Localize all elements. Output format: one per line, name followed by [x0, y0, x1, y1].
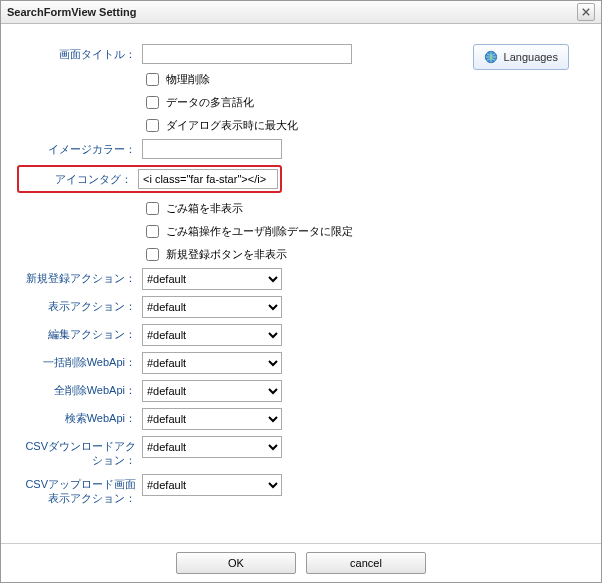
label-dialog-maximize: ダイアログ表示時に最大化: [166, 118, 298, 133]
close-icon: [582, 8, 590, 16]
row-hide-trash: ごみ箱を非表示: [142, 199, 581, 218]
row-image-color: イメージカラー：: [21, 139, 581, 159]
dialog-window: SearchFormView Setting Languages 画面タイトル：…: [0, 0, 602, 583]
ok-button[interactable]: OK: [176, 552, 296, 574]
row-new-action: 新規登録アクション： #default: [21, 268, 581, 290]
close-button[interactable]: [577, 3, 595, 21]
row-csv-upload-action: CSVアップロード画面表示アクション： #default: [21, 474, 581, 506]
row-data-i18n: データの多言語化: [142, 93, 581, 112]
label-physical-delete: 物理削除: [166, 72, 210, 87]
label-hide-new-button: 新規登録ボタンを非表示: [166, 247, 287, 262]
dialog-body: Languages 画面タイトル： 物理削除 データの多言語化 ダイアログ表示時…: [1, 24, 601, 543]
label-csv-upload-action: CSVアップロード画面表示アクション：: [21, 474, 142, 506]
label-edit-action: 編集アクション：: [21, 324, 142, 341]
cancel-button[interactable]: cancel: [306, 552, 426, 574]
select-delete-all-webapi[interactable]: #default: [142, 380, 282, 402]
label-csv-download-action: CSVダウンロードアクション：: [21, 436, 142, 468]
row-view-action: 表示アクション： #default: [21, 296, 581, 318]
label-view-action: 表示アクション：: [21, 296, 142, 313]
row-icon-tag: アイコンタグ：: [21, 165, 581, 193]
row-search-webapi: 検索WebApi： #default: [21, 408, 581, 430]
languages-label: Languages: [504, 51, 558, 63]
select-edit-action[interactable]: #default: [142, 324, 282, 346]
label-search-webapi: 検索WebApi：: [21, 408, 142, 425]
row-bulk-delete-webapi: 一括削除WebApi： #default: [21, 352, 581, 374]
row-trash-user-only: ごみ箱操作をユーザ削除データに限定: [142, 222, 581, 241]
languages-button[interactable]: Languages: [473, 44, 569, 70]
label-screen-title: 画面タイトル：: [21, 44, 142, 61]
checkbox-physical-delete[interactable]: [146, 73, 159, 86]
label-delete-all-webapi: 全削除WebApi：: [21, 380, 142, 397]
input-screen-title[interactable]: [142, 44, 352, 64]
window-title: SearchFormView Setting: [7, 6, 136, 18]
select-csv-upload-action[interactable]: #default: [142, 474, 282, 496]
checkbox-data-i18n[interactable]: [146, 96, 159, 109]
titlebar: SearchFormView Setting: [1, 1, 601, 24]
label-trash-user-only: ごみ箱操作をユーザ削除データに限定: [166, 224, 353, 239]
select-bulk-delete-webapi[interactable]: #default: [142, 352, 282, 374]
row-edit-action: 編集アクション： #default: [21, 324, 581, 346]
icon-tag-highlight: アイコンタグ：: [17, 165, 282, 193]
select-view-action[interactable]: #default: [142, 296, 282, 318]
label-image-color: イメージカラー：: [21, 139, 142, 156]
input-icon-tag[interactable]: [138, 169, 278, 189]
checkbox-dialog-maximize[interactable]: [146, 119, 159, 132]
select-search-webapi[interactable]: #default: [142, 408, 282, 430]
row-physical-delete: 物理削除: [142, 70, 581, 89]
label-data-i18n: データの多言語化: [166, 95, 254, 110]
dialog-footer: OK cancel: [1, 543, 601, 582]
label-hide-trash: ごみ箱を非表示: [166, 201, 243, 216]
globe-icon: [484, 50, 498, 64]
checkbox-hide-trash[interactable]: [146, 202, 159, 215]
row-delete-all-webapi: 全削除WebApi： #default: [21, 380, 581, 402]
input-image-color[interactable]: [142, 139, 282, 159]
row-dialog-maximize: ダイアログ表示時に最大化: [142, 116, 581, 135]
select-csv-download-action[interactable]: #default: [142, 436, 282, 458]
scroll-area[interactable]: Languages 画面タイトル： 物理削除 データの多言語化 ダイアログ表示時…: [1, 24, 601, 543]
row-hide-new-button: 新規登録ボタンを非表示: [142, 245, 581, 264]
checkbox-hide-new-button[interactable]: [146, 248, 159, 261]
label-icon-tag: アイコンタグ：: [21, 172, 138, 187]
label-bulk-delete-webapi: 一括削除WebApi：: [21, 352, 142, 369]
select-new-action[interactable]: #default: [142, 268, 282, 290]
checkbox-trash-user-only[interactable]: [146, 225, 159, 238]
label-new-action: 新規登録アクション：: [21, 268, 142, 285]
row-csv-download-action: CSVダウンロードアクション： #default: [21, 436, 581, 468]
